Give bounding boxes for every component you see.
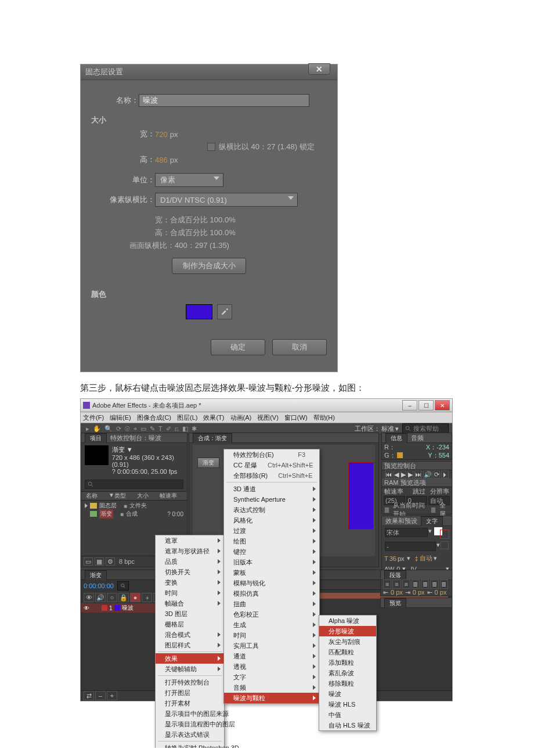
project-selected-comp[interactable]: 渐变 (99, 509, 113, 519)
project-tree[interactable]: 固态层■文件夹 渐变■合成? 0:00 (81, 501, 187, 519)
align-right-icon[interactable]: ≡ (402, 579, 410, 589)
unit-select[interactable]: 像素 (155, 173, 223, 187)
fx-3dchannel[interactable]: 3D 通道 (224, 484, 319, 494)
zoom-out-icon[interactable]: – (95, 691, 106, 700)
par-select[interactable]: D1/DV NTSC (0.91) (155, 193, 298, 207)
ctx-guide[interactable]: 栅格层 (156, 619, 224, 629)
tab-effect-controls[interactable]: 特效控制台：噪波 (110, 434, 161, 442)
ctx-expr-errors[interactable]: 显示表达式错误 (156, 729, 224, 740)
tab-preview[interactable]: 预览 (384, 598, 406, 608)
ctx-effects[interactable]: 效果 (156, 653, 224, 664)
fx-transition[interactable]: 过渡 (224, 525, 319, 536)
justify-right-icon[interactable]: ≣ (430, 579, 438, 589)
audio-icon[interactable]: 🔊 (423, 470, 432, 478)
lock-toggle-icon[interactable]: 🔒 (118, 593, 129, 602)
ctx-open-footage[interactable]: 打开素材 (156, 698, 224, 708)
tool-eraser-icon[interactable]: ◧ (182, 425, 188, 433)
fx-audio[interactable]: 音频 (224, 682, 319, 693)
menu-anim[interactable]: 动画(A) (230, 413, 252, 422)
tool-brush-icon[interactable]: ✐ (166, 425, 171, 433)
menu-help[interactable]: 帮助(H) (313, 413, 335, 422)
ctx-keyframe-assist[interactable]: 关键帧辅助 (156, 664, 224, 674)
fx-generate[interactable]: 生成 (224, 620, 319, 630)
fx-synthetic[interactable]: Synthetic Aperture (224, 494, 319, 505)
fx-turb-noise[interactable]: 紊乱杂波 (319, 668, 376, 678)
menu-layer[interactable]: 图层(L) (177, 413, 197, 422)
new-bin-icon[interactable]: ▭ (84, 557, 93, 566)
fx-auto-hls[interactable]: 自动 HLS 噪波 (319, 720, 376, 730)
solo-toggle-icon[interactable]: ○ (107, 593, 117, 602)
eyedropper-button[interactable] (217, 304, 232, 319)
menu-effect[interactable]: 效果(T) (203, 413, 224, 422)
tool-rotate-icon[interactable]: ⟳ (116, 425, 121, 433)
ctx-open-layer[interactable]: 打开图层 (156, 687, 224, 698)
fx-dust-scratches[interactable]: 灰尘与刮痕 (319, 636, 376, 647)
ctx-quality[interactable]: 品质 (156, 556, 224, 567)
ctx-blend[interactable]: 混合模式 (156, 629, 224, 640)
ctx-mask[interactable]: 遮罩 (156, 535, 224, 546)
fx-median[interactable]: 中值 (319, 710, 376, 720)
tab-audio[interactable]: 音频 (411, 434, 424, 442)
close-button[interactable]: ✕ (308, 63, 330, 75)
prev-frame-icon[interactable]: ◀ (394, 470, 399, 478)
menu-edit[interactable]: 编辑(E) (110, 413, 131, 422)
fx-blur[interactable]: 模糊与锐化 (224, 578, 319, 588)
timeline-tab[interactable]: 渐变 (85, 570, 107, 580)
fx-keying[interactable]: 键控 (224, 546, 319, 557)
fx-add-grain[interactable]: 添加颗粒 (319, 657, 376, 668)
fx-time[interactable]: 时间 (224, 630, 319, 640)
ctx-frameblend[interactable]: 帧融合 (156, 598, 224, 609)
fx-colorcorrect[interactable]: 色彩校正 (224, 609, 319, 620)
cancel-button[interactable]: 取消 (272, 339, 327, 355)
menu-view[interactable]: 视图(V) (257, 413, 279, 422)
shy-toggle-icon[interactable]: ⍆ (142, 593, 152, 602)
tab-comp[interactable]: 合成：渐变 (193, 433, 232, 443)
effects-submenu[interactable]: 特效控制台(E)F3 CC 星爆Ctrl+Alt+Shift+E 全部移除(R)… (223, 449, 320, 704)
tool-selection-icon[interactable]: ▸ (86, 425, 89, 433)
disclosure-icon[interactable] (85, 503, 88, 508)
solid-layer-preview[interactable] (348, 462, 374, 530)
fx-channel[interactable]: 通道 (224, 651, 319, 661)
ctx-conv-ps3d[interactable]: 转换为实时 Photoshop 3D (156, 743, 224, 748)
fx-distort[interactable]: 扭曲 (224, 599, 319, 609)
label-icon[interactable]: ● (130, 593, 140, 602)
tool-stamp-icon[interactable]: ⎌ (175, 425, 179, 432)
toggle-switches-icon[interactable]: ⇄ (84, 691, 94, 700)
first-frame-icon[interactable]: ⏮ (385, 470, 392, 478)
tab-project[interactable]: 项目 (85, 433, 107, 443)
comp-name-button[interactable]: 渐变 (197, 458, 219, 468)
tab-info[interactable]: 信息 (385, 433, 407, 443)
fx-matte[interactable]: 蒙板 (224, 567, 319, 578)
video-toggle-icon[interactable]: 👁 (84, 593, 94, 602)
zoom-in-icon[interactable]: + (107, 691, 117, 700)
tool-pen-icon[interactable]: ✎ (150, 425, 155, 433)
fx-utility[interactable]: 实用工具 (224, 640, 319, 651)
menu-comp[interactable]: 图像合成(C) (137, 413, 171, 422)
last-frame-icon[interactable]: ⏭ (414, 470, 422, 478)
fx-stylize[interactable]: 风格化 (224, 515, 319, 525)
menu-window[interactable]: 窗口(W) (284, 413, 308, 422)
project-settings-icon[interactable]: ⚙ (106, 557, 115, 566)
tool-hand-icon[interactable]: ✋ (93, 425, 101, 433)
fx-noise[interactable]: 噪波 (319, 689, 376, 699)
ctx-3dlayer[interactable]: 3D 图层 (156, 609, 224, 619)
make-comp-size-button[interactable]: 制作为合成大小 (172, 258, 246, 274)
fx-remove-all[interactable]: 全部移除(R)Ctrl+Shift+E (224, 470, 319, 481)
tool-anchor-icon[interactable]: ⌖ (134, 425, 137, 433)
menu-file[interactable]: 文件(F) (83, 413, 104, 422)
next-frame-icon[interactable]: ▶ (407, 470, 413, 478)
from-current-checkbox[interactable] (384, 507, 389, 513)
justify-left-icon[interactable]: ≣ (412, 579, 420, 589)
justify-all-icon[interactable]: ≣ (440, 579, 448, 589)
tab-character[interactable]: 文字 (421, 516, 443, 526)
fx-simulation[interactable]: 模拟仿真 (224, 588, 319, 599)
fx-alpha-noise[interactable]: Alpha 噪波 (319, 615, 376, 626)
ctx-transform[interactable]: 变换 (156, 577, 224, 588)
audio-toggle-icon[interactable]: 🔊 (95, 593, 106, 602)
label-color[interactable] (102, 605, 107, 611)
fx-controls[interactable]: 特效控制台(E)F3 (224, 449, 319, 460)
tool-puppet-icon[interactable]: ✱ (192, 425, 197, 433)
layer-name[interactable]: 噪波 (122, 604, 134, 612)
fx-expression[interactable]: 表达式控制 (224, 505, 319, 515)
name-input[interactable]: 噪波 (139, 94, 309, 107)
